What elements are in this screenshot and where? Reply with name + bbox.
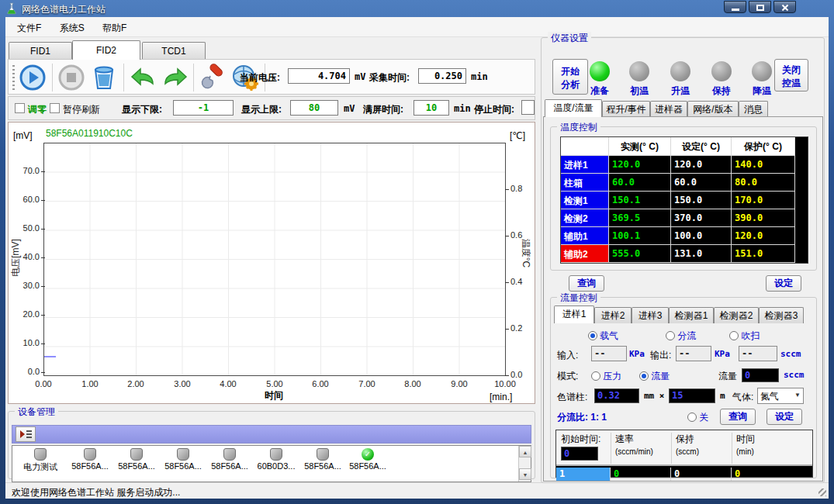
flow-program-header: 初始时间: 0 速率 (sccm/min) 保持 (sccm) (556, 430, 812, 466)
temp-header-set: 设定(° C) (671, 137, 732, 156)
config-tool-icon[interactable] (199, 64, 227, 91)
program-row-index[interactable]: 1 (556, 468, 611, 481)
fullscreen-time-input[interactable]: 10 (414, 100, 449, 116)
undo-icon[interactable] (129, 64, 157, 91)
resize-grip[interactable] (818, 488, 826, 496)
temp-protect[interactable]: 80.0 (732, 174, 795, 192)
temp-protect[interactable]: 120.0 (732, 227, 795, 245)
flow-tab-inj2[interactable]: 进样2 (594, 307, 632, 323)
tab-temp-flow[interactable]: 温度/流量 (545, 99, 602, 117)
column-diameter-input[interactable]: 0.32 (594, 388, 639, 403)
device-item[interactable]: 58F56A... (206, 448, 253, 471)
column-label: 色谱柱: (557, 391, 587, 404)
device-label: 60B0D3... (258, 461, 296, 471)
tab-network-version[interactable]: 网络/版本 (687, 101, 739, 117)
device-item[interactable]: 58F56A... (113, 448, 160, 471)
flow-tab-det1[interactable]: 检测器1 (669, 307, 714, 323)
program-rate-cell[interactable]: 0 (611, 468, 671, 481)
temp-set[interactable]: 370.0 (671, 209, 732, 227)
temp-protect[interactable]: 151.0 (732, 245, 795, 263)
temp-set[interactable]: 150.0 (671, 192, 732, 209)
chart-right-unit: [℃] (510, 130, 525, 141)
flow-tab-inj3[interactable]: 进样3 (632, 307, 669, 323)
purge-radio[interactable]: 吹扫 (729, 330, 760, 343)
tab-tcd1[interactable]: TCD1 (142, 42, 206, 59)
gas-dropdown[interactable]: 氮气 ▼ (757, 388, 804, 404)
temp-query-button[interactable]: 查询 (569, 275, 604, 292)
flow-tab-inj1[interactable]: 进样1 (554, 306, 594, 323)
device-item[interactable]: 电力测试 (16, 448, 65, 473)
temp-row-name: 柱箱 (561, 174, 609, 192)
zero-checkbox[interactable] (15, 103, 25, 113)
temp-filler (795, 156, 808, 174)
tab-program-events[interactable]: 程升/事件 (602, 101, 650, 117)
display-lower-input[interactable]: -1 (173, 100, 234, 116)
x-tick: 0.00 (26, 379, 61, 388)
flow-readout-field[interactable]: -- (739, 346, 777, 361)
device-item[interactable]: 58F56A... (160, 448, 206, 471)
flow-control-title: 流量控制 (557, 292, 600, 305)
split-radio[interactable]: 分流 (666, 330, 696, 343)
maximize-button[interactable] (749, 1, 771, 13)
start-acquisition-icon[interactable] (19, 64, 47, 91)
clear-data-icon[interactable] (90, 64, 118, 91)
input-pressure-field[interactable]: -- (591, 346, 627, 361)
program-hold-cell[interactable]: 0 (671, 468, 732, 481)
tab-messages[interactable]: 消息 (739, 101, 768, 117)
split-off-radio[interactable]: 关 (687, 411, 708, 424)
device-item[interactable]: ✓ 58F56A... (344, 448, 391, 471)
scroll-up-icon[interactable]: ▲ (519, 446, 531, 457)
stop-acquisition-icon[interactable] (57, 64, 85, 91)
display-upper-input[interactable]: 80 (290, 100, 338, 116)
carrier-gas-radio[interactable]: 载气 (588, 330, 618, 343)
scroll-down-icon[interactable]: ▼ (519, 468, 531, 480)
device-item[interactable]: 58F56A... (299, 448, 346, 471)
temp-row-name: 检测1 (561, 192, 609, 209)
minimize-button[interactable] (724, 1, 746, 13)
program-time-cell[interactable]: 0 (732, 468, 812, 481)
flow-readout-unit: sccm (780, 349, 801, 359)
tab-fid1[interactable]: FID1 (9, 42, 72, 59)
start-analysis-label: 分析 (561, 79, 580, 90)
device-item[interactable]: 58F56A... (67, 448, 113, 471)
menu-file[interactable]: 文件F (9, 17, 49, 35)
menu-system[interactable]: 系统S (52, 17, 92, 35)
temp-set[interactable]: 131.0 (671, 245, 732, 263)
time-header-line2: (min) (736, 447, 754, 456)
flow-set-button[interactable]: 设定 (767, 409, 802, 425)
device-list-button[interactable] (16, 426, 36, 442)
initial-time-label: 初始时间: (561, 433, 600, 446)
output-pressure-field[interactable]: -- (676, 346, 711, 361)
temp-set[interactable]: 100.0 (671, 227, 732, 245)
flow-tab-det2[interactable]: 检测器2 (714, 307, 759, 323)
device-item[interactable]: 60B0D3... (253, 448, 299, 471)
setflow-input[interactable]: 0 (742, 368, 779, 382)
toolbar-grip[interactable] (12, 65, 15, 90)
device-list-scrollbar[interactable]: ▲ ▼ (518, 446, 531, 482)
menu-help[interactable]: 帮助F (95, 17, 134, 35)
close-heating-button[interactable]: 关闭 控温 (774, 59, 808, 91)
temp-set-button[interactable]: 设定 (766, 275, 801, 292)
pause-refresh-checkbox[interactable] (50, 103, 60, 113)
flow-query-button[interactable]: 查询 (720, 409, 756, 425)
close-heating-label: 关闭 (782, 64, 801, 75)
close-button[interactable] (773, 1, 796, 13)
mode-pressure-radio[interactable]: 压力 (591, 370, 621, 383)
redo-icon[interactable] (161, 64, 189, 91)
mode-flow-radio[interactable]: 流量 (639, 370, 670, 383)
initial-time-input[interactable]: 0 (561, 447, 598, 461)
temp-protect[interactable]: 140.0 (732, 156, 795, 174)
tab-fid2[interactable]: FID2 (72, 40, 140, 60)
temp-protect[interactable]: 170.0 (732, 192, 795, 209)
temp-protect[interactable]: 390.0 (732, 209, 795, 227)
device-icon (34, 448, 47, 461)
column-end-unit: m (720, 391, 725, 401)
temp-set[interactable]: 120.0 (671, 156, 732, 174)
plot-area[interactable] (43, 143, 506, 376)
tab-injector[interactable]: 进样器 (650, 101, 687, 117)
temp-set[interactable]: 60.0 (671, 174, 732, 192)
column-length-input[interactable]: 15 (669, 388, 715, 403)
stop-time-input[interactable] (521, 100, 535, 115)
x-tick: 1.00 (73, 379, 107, 388)
flow-tab-det3[interactable]: 检测器3 (759, 307, 804, 323)
